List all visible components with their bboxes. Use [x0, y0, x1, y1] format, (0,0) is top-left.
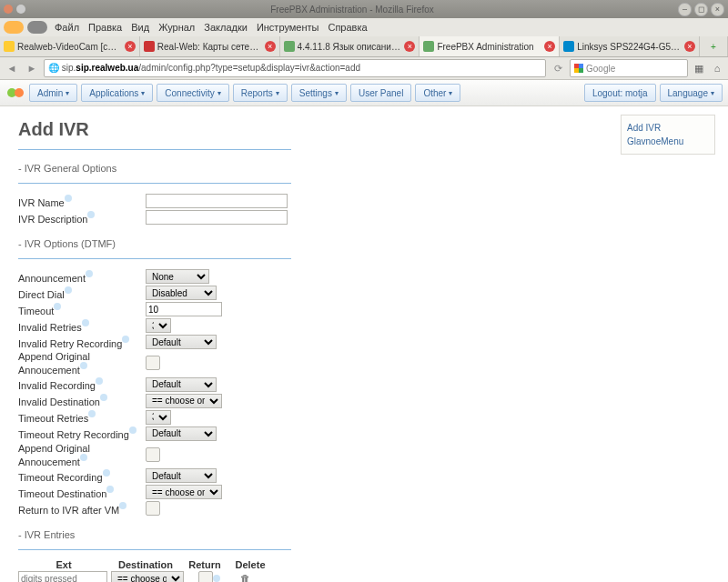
window-icon [16, 5, 25, 14]
help-icon[interactable] [87, 211, 95, 218]
help-icon[interactable] [106, 486, 114, 493]
nav-other[interactable]: Other▾ [415, 84, 460, 102]
checkbox-append-orig-1[interactable] [146, 356, 160, 370]
help-icon[interactable] [80, 454, 87, 461]
favicon-icon [4, 41, 15, 52]
help-icon[interactable] [129, 426, 136, 434]
favicon-icon [144, 41, 155, 52]
close-tab-icon[interactable]: × [265, 41, 276, 52]
help-icon[interactable] [82, 319, 89, 326]
chevron-down-icon: ▾ [66, 89, 69, 97]
tab-3[interactable]: FreePBX Administration× [420, 36, 560, 56]
select-invalid-dest[interactable]: == choose one == [146, 394, 222, 408]
side-link-glavnoemenu[interactable]: GlavnoeMenu [627, 135, 709, 148]
chevron-down-icon: ▾ [711, 89, 714, 97]
chevron-down-icon: ▾ [276, 89, 279, 97]
chevron-down-icon: ▾ [217, 89, 221, 97]
help-icon[interactable] [65, 195, 72, 202]
select-timeout-retries[interactable]: 3 [146, 410, 171, 425]
firefox-menu-icon[interactable] [4, 21, 24, 34]
select-announcement[interactable]: None [146, 269, 209, 284]
select-timeout-rec[interactable]: Default [146, 468, 217, 483]
help-icon[interactable] [119, 502, 126, 509]
select-destination[interactable]: == choose one == [111, 571, 184, 582]
nav-settings[interactable]: Settings▾ [291, 84, 347, 102]
entries-header: Ext Destination Return Delete [18, 559, 291, 570]
checkbox-return[interactable] [198, 571, 213, 582]
menu-history[interactable]: Журнал [155, 22, 198, 33]
language-button[interactable]: Language▾ [660, 84, 723, 102]
select-timeout-retry-rec[interactable]: Default [146, 426, 217, 441]
close-tab-icon[interactable]: × [544, 41, 555, 52]
favicon-icon [423, 41, 434, 52]
help-icon[interactable] [103, 469, 110, 477]
url-toolbar: ◄ ► 🌐 sip.sip.realweb.ua/admin/config.ph… [0, 57, 728, 80]
close-tab-icon[interactable]: × [404, 41, 415, 52]
select-invalid-retry-rec[interactable]: Default [146, 335, 217, 349]
forward-button[interactable]: ► [24, 60, 40, 76]
menu-help[interactable]: Справка [324, 22, 370, 33]
tab-2[interactable]: 4.4.11.8 Язык описания маршр...× [280, 36, 420, 56]
svg-point-1 [15, 88, 24, 97]
help-icon[interactable] [88, 410, 96, 417]
page-content: Admin▾ Applications▾ Connectivity▾ Repor… [0, 80, 728, 582]
select-timeout-dest[interactable]: == choose one == [146, 485, 222, 499]
help-icon[interactable] [96, 377, 103, 385]
help-icon[interactable] [86, 270, 93, 277]
label-ivr-name: IVR Name [18, 195, 146, 208]
menu-tools[interactable]: Инструменты [253, 22, 323, 33]
reload-button[interactable]: ⟳ [550, 60, 566, 76]
nav-userpanel[interactable]: User Panel [350, 84, 411, 102]
side-menu: Add IVR GlavnoeMenu [621, 115, 715, 155]
favicon-icon [563, 41, 574, 52]
app-icon [27, 21, 47, 34]
nav-applications[interactable]: Applications▾ [81, 84, 153, 102]
help-icon[interactable] [65, 286, 72, 294]
new-tab-button[interactable]: + [700, 36, 728, 56]
select-direct-dial[interactable]: Disabled [146, 286, 217, 300]
chevron-down-icon: ▾ [141, 89, 145, 97]
input-timeout[interactable] [146, 302, 222, 316]
url-input[interactable]: 🌐 sip.sip.realweb.ua/admin/config.php?ty… [44, 59, 546, 77]
help-icon[interactable] [80, 362, 87, 369]
entry-row: == choose one == 🗑 [18, 570, 291, 582]
tab-0[interactable]: Realweb-VideoCam [cam.realweb...× [0, 36, 140, 56]
select-invalid-retries[interactable]: 3 [146, 318, 171, 333]
help-icon[interactable] [213, 575, 220, 582]
checkbox-append-orig-2[interactable] [146, 447, 160, 462]
side-link-add-ivr[interactable]: Add IVR [627, 121, 709, 135]
section-dtmf: - IVR Options (DTMF) [18, 238, 291, 249]
tab-1[interactable]: Real-Web: Карты сетей [обновл...× [140, 36, 280, 56]
minimize-button[interactable]: – [678, 3, 692, 16]
input-ivr-desc[interactable] [146, 210, 288, 225]
input-ivr-name[interactable] [146, 194, 288, 208]
menu-bookmarks[interactable]: Закладки [200, 22, 251, 33]
logout-button[interactable]: Logout: motja [584, 84, 656, 102]
help-icon[interactable] [122, 336, 129, 343]
menu-file[interactable]: Файл [51, 22, 83, 33]
delete-icon[interactable]: 🗑 [240, 573, 250, 582]
search-input[interactable]: Google [570, 59, 688, 77]
input-ext[interactable] [18, 571, 107, 582]
freepbx-topnav: Admin▾ Applications▾ Connectivity▾ Repor… [0, 80, 728, 106]
close-tab-icon[interactable]: × [125, 41, 136, 52]
tab-4[interactable]: Linksys SPS224G4-G5, Коммутат...× [560, 36, 700, 56]
menu-edit[interactable]: Правка [85, 22, 126, 33]
label-ivr-desc: IVR Description [18, 211, 146, 225]
nav-admin[interactable]: Admin▾ [29, 84, 77, 102]
select-invalid-rec[interactable]: Default [146, 377, 217, 392]
home-button[interactable]: ⌂ [710, 61, 724, 75]
close-tab-icon[interactable]: × [684, 41, 695, 52]
help-icon[interactable] [54, 303, 61, 310]
section-entries: - IVR Entries [18, 529, 291, 540]
nav-connectivity[interactable]: Connectivity▾ [157, 84, 228, 102]
checkbox-return-ivr[interactable] [146, 501, 160, 516]
menu-view[interactable]: Вид [127, 22, 153, 33]
google-icon [574, 64, 583, 73]
close-button[interactable]: × [711, 3, 724, 16]
help-icon[interactable] [100, 394, 107, 401]
maximize-button[interactable]: ◻ [694, 3, 708, 16]
back-button[interactable]: ◄ [4, 60, 20, 76]
addon-icon[interactable]: ▦ [692, 61, 706, 75]
nav-reports[interactable]: Reports▾ [233, 84, 288, 102]
